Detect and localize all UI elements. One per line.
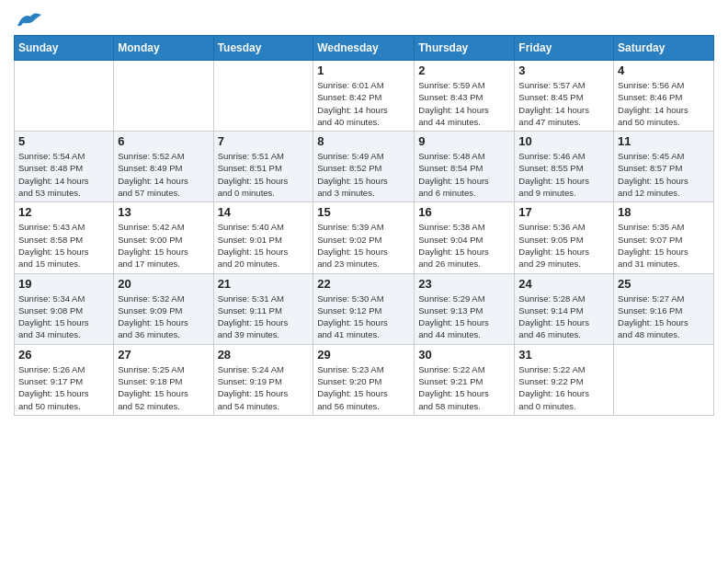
day-info: Sunrise: 5:38 AM Sunset: 9:04 PM Dayligh… bbox=[418, 221, 510, 270]
calendar-cell: 24Sunrise: 5:28 AM Sunset: 9:14 PM Dayli… bbox=[515, 273, 614, 344]
day-number: 21 bbox=[218, 277, 310, 291]
day-number: 13 bbox=[118, 205, 209, 219]
calendar-week-row: 1Sunrise: 6:01 AM Sunset: 8:42 PM Daylig… bbox=[15, 61, 714, 132]
day-number: 3 bbox=[518, 63, 609, 77]
day-info: Sunrise: 5:22 AM Sunset: 9:22 PM Dayligh… bbox=[518, 363, 609, 412]
calendar-cell: 28Sunrise: 5:24 AM Sunset: 9:19 PM Dayli… bbox=[213, 344, 313, 415]
calendar-cell: 31Sunrise: 5:22 AM Sunset: 9:22 PM Dayli… bbox=[515, 344, 614, 415]
calendar-cell bbox=[614, 344, 714, 415]
day-number: 12 bbox=[18, 205, 109, 219]
calendar-week-row: 5Sunrise: 5:54 AM Sunset: 8:48 PM Daylig… bbox=[15, 132, 714, 202]
day-number: 6 bbox=[118, 134, 209, 148]
calendar-cell: 26Sunrise: 5:26 AM Sunset: 9:17 PM Dayli… bbox=[15, 344, 114, 415]
day-info: Sunrise: 6:01 AM Sunset: 8:42 PM Dayligh… bbox=[317, 79, 410, 128]
day-number: 19 bbox=[18, 277, 109, 291]
calendar-header-tuesday: Tuesday bbox=[213, 36, 313, 61]
day-number: 1 bbox=[317, 63, 410, 77]
day-number: 16 bbox=[418, 205, 510, 219]
day-info: Sunrise: 5:43 AM Sunset: 8:58 PM Dayligh… bbox=[18, 221, 109, 270]
calendar-header-friday: Friday bbox=[515, 36, 614, 61]
calendar-cell: 6Sunrise: 5:52 AM Sunset: 8:49 PM Daylig… bbox=[114, 132, 213, 202]
calendar-cell: 4Sunrise: 5:56 AM Sunset: 8:46 PM Daylig… bbox=[614, 61, 714, 132]
day-number: 15 bbox=[317, 205, 410, 219]
calendar-cell: 23Sunrise: 5:29 AM Sunset: 9:13 PM Dayli… bbox=[415, 273, 515, 344]
day-info: Sunrise: 5:31 AM Sunset: 9:11 PM Dayligh… bbox=[218, 293, 310, 341]
calendar-cell: 2Sunrise: 5:59 AM Sunset: 8:43 PM Daylig… bbox=[415, 61, 515, 132]
calendar-cell: 19Sunrise: 5:34 AM Sunset: 9:08 PM Dayli… bbox=[15, 273, 114, 344]
day-number: 7 bbox=[218, 134, 310, 148]
day-info: Sunrise: 5:22 AM Sunset: 9:21 PM Dayligh… bbox=[418, 363, 510, 412]
calendar-cell: 1Sunrise: 6:01 AM Sunset: 8:42 PM Daylig… bbox=[313, 61, 415, 132]
header bbox=[14, 9, 714, 29]
day-number: 23 bbox=[418, 277, 510, 291]
calendar-cell: 5Sunrise: 5:54 AM Sunset: 8:48 PM Daylig… bbox=[15, 132, 114, 202]
calendar-cell bbox=[114, 61, 213, 132]
day-info: Sunrise: 5:30 AM Sunset: 9:12 PM Dayligh… bbox=[317, 293, 410, 341]
calendar-week-row: 12Sunrise: 5:43 AM Sunset: 8:58 PM Dayli… bbox=[15, 202, 714, 273]
day-info: Sunrise: 5:59 AM Sunset: 8:43 PM Dayligh… bbox=[418, 79, 510, 128]
logo bbox=[14, 9, 43, 29]
day-info: Sunrise: 5:51 AM Sunset: 8:51 PM Dayligh… bbox=[218, 150, 310, 199]
calendar-week-row: 19Sunrise: 5:34 AM Sunset: 9:08 PM Dayli… bbox=[15, 273, 714, 344]
day-number: 18 bbox=[618, 205, 710, 219]
calendar-header-row: SundayMondayTuesdayWednesdayThursdayFrid… bbox=[15, 36, 714, 61]
calendar-header-saturday: Saturday bbox=[614, 36, 714, 61]
day-number: 28 bbox=[218, 348, 310, 362]
calendar-header-wednesday: Wednesday bbox=[313, 36, 415, 61]
day-info: Sunrise: 5:49 AM Sunset: 8:52 PM Dayligh… bbox=[317, 150, 410, 199]
day-number: 17 bbox=[518, 205, 609, 219]
day-info: Sunrise: 5:25 AM Sunset: 9:18 PM Dayligh… bbox=[118, 363, 209, 412]
day-info: Sunrise: 5:24 AM Sunset: 9:19 PM Dayligh… bbox=[218, 363, 310, 412]
day-number: 20 bbox=[118, 277, 209, 291]
day-number: 22 bbox=[317, 277, 410, 291]
day-info: Sunrise: 5:46 AM Sunset: 8:55 PM Dayligh… bbox=[518, 150, 609, 199]
day-info: Sunrise: 5:27 AM Sunset: 9:16 PM Dayligh… bbox=[618, 293, 710, 341]
day-number: 2 bbox=[418, 63, 510, 77]
day-number: 25 bbox=[618, 277, 710, 291]
calendar-cell: 12Sunrise: 5:43 AM Sunset: 8:58 PM Dayli… bbox=[15, 202, 114, 273]
day-info: Sunrise: 5:34 AM Sunset: 9:08 PM Dayligh… bbox=[18, 293, 109, 341]
calendar-header-thursday: Thursday bbox=[415, 36, 515, 61]
calendar-cell: 27Sunrise: 5:25 AM Sunset: 9:18 PM Dayli… bbox=[114, 344, 213, 415]
calendar-cell: 11Sunrise: 5:45 AM Sunset: 8:57 PM Dayli… bbox=[614, 132, 714, 202]
day-info: Sunrise: 5:52 AM Sunset: 8:49 PM Dayligh… bbox=[118, 150, 209, 199]
day-number: 27 bbox=[118, 348, 209, 362]
calendar-header-sunday: Sunday bbox=[15, 36, 114, 61]
day-info: Sunrise: 5:36 AM Sunset: 9:05 PM Dayligh… bbox=[518, 221, 609, 270]
day-info: Sunrise: 5:28 AM Sunset: 9:14 PM Dayligh… bbox=[518, 293, 609, 341]
day-number: 24 bbox=[518, 277, 609, 291]
day-info: Sunrise: 5:32 AM Sunset: 9:09 PM Dayligh… bbox=[118, 293, 209, 341]
calendar-table: SundayMondayTuesdayWednesdayThursdayFrid… bbox=[14, 35, 714, 416]
day-number: 11 bbox=[618, 134, 710, 148]
day-info: Sunrise: 5:29 AM Sunset: 9:13 PM Dayligh… bbox=[418, 293, 510, 341]
day-number: 26 bbox=[18, 348, 109, 362]
day-number: 4 bbox=[618, 63, 710, 77]
day-number: 5 bbox=[18, 134, 109, 148]
calendar-cell: 15Sunrise: 5:39 AM Sunset: 9:02 PM Dayli… bbox=[313, 202, 415, 273]
day-number: 10 bbox=[518, 134, 609, 148]
day-info: Sunrise: 5:48 AM Sunset: 8:54 PM Dayligh… bbox=[418, 150, 510, 199]
calendar-cell bbox=[213, 61, 313, 132]
day-info: Sunrise: 5:45 AM Sunset: 8:57 PM Dayligh… bbox=[618, 150, 710, 199]
calendar-cell: 29Sunrise: 5:23 AM Sunset: 9:20 PM Dayli… bbox=[313, 344, 415, 415]
logo-bird-icon bbox=[16, 9, 43, 29]
day-info: Sunrise: 5:42 AM Sunset: 9:00 PM Dayligh… bbox=[118, 221, 209, 270]
day-info: Sunrise: 5:26 AM Sunset: 9:17 PM Dayligh… bbox=[18, 363, 109, 412]
calendar-cell: 21Sunrise: 5:31 AM Sunset: 9:11 PM Dayli… bbox=[213, 273, 313, 344]
calendar-cell: 8Sunrise: 5:49 AM Sunset: 8:52 PM Daylig… bbox=[313, 132, 415, 202]
day-info: Sunrise: 5:54 AM Sunset: 8:48 PM Dayligh… bbox=[18, 150, 109, 199]
calendar-cell: 17Sunrise: 5:36 AM Sunset: 9:05 PM Dayli… bbox=[515, 202, 614, 273]
calendar-cell: 18Sunrise: 5:35 AM Sunset: 9:07 PM Dayli… bbox=[614, 202, 714, 273]
calendar-cell: 3Sunrise: 5:57 AM Sunset: 8:45 PM Daylig… bbox=[515, 61, 614, 132]
day-number: 14 bbox=[218, 205, 310, 219]
calendar-cell: 25Sunrise: 5:27 AM Sunset: 9:16 PM Dayli… bbox=[614, 273, 714, 344]
day-info: Sunrise: 5:56 AM Sunset: 8:46 PM Dayligh… bbox=[618, 79, 710, 128]
day-info: Sunrise: 5:23 AM Sunset: 9:20 PM Dayligh… bbox=[317, 363, 410, 412]
day-number: 31 bbox=[518, 348, 609, 362]
calendar-cell: 10Sunrise: 5:46 AM Sunset: 8:55 PM Dayli… bbox=[515, 132, 614, 202]
day-info: Sunrise: 5:35 AM Sunset: 9:07 PM Dayligh… bbox=[618, 221, 710, 270]
calendar-cell bbox=[15, 61, 114, 132]
calendar-cell: 7Sunrise: 5:51 AM Sunset: 8:51 PM Daylig… bbox=[213, 132, 313, 202]
page: SundayMondayTuesdayWednesdayThursdayFrid… bbox=[0, 0, 728, 425]
calendar-cell: 13Sunrise: 5:42 AM Sunset: 9:00 PM Dayli… bbox=[114, 202, 213, 273]
